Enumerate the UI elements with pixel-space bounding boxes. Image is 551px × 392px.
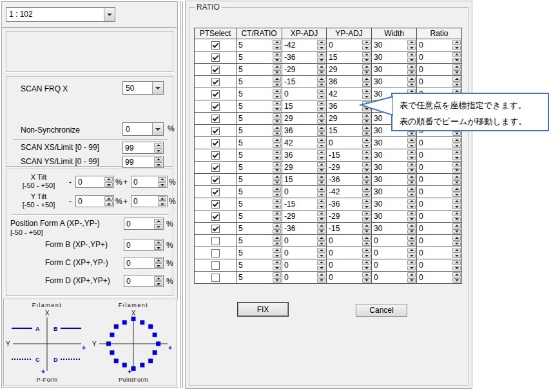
form-c-spinner[interactable]: 0	[124, 257, 164, 269]
spin-up-icon[interactable]	[452, 64, 461, 70]
spin-up-icon[interactable]	[452, 162, 461, 167]
spin-up-icon[interactable]	[273, 199, 281, 204]
spin-down-icon[interactable]	[317, 70, 325, 75]
ct-ratio-spinner[interactable]: 5	[237, 162, 282, 173]
spin-down-icon[interactable]	[154, 148, 162, 153]
spin-up-icon[interactable]	[452, 199, 461, 204]
spin-up-icon[interactable]	[154, 219, 162, 223]
spin-down-icon[interactable]	[317, 46, 325, 51]
scan-ys-spinner[interactable]: 99	[122, 156, 164, 168]
spin-down-icon[interactable]	[362, 70, 371, 75]
xp-adj-spinner[interactable]: 0	[282, 186, 326, 198]
spin-up-icon[interactable]	[452, 248, 461, 253]
spin-down-icon[interactable]	[407, 70, 416, 75]
spin-down-icon[interactable]	[452, 144, 461, 149]
ct-ratio-spinner[interactable]: 5	[237, 64, 282, 75]
xp-adj-spinner[interactable]: 36	[282, 125, 326, 136]
ratio-spinner[interactable]: 0	[417, 64, 461, 75]
ratio-spinner[interactable]: 0	[417, 198, 461, 210]
scan-frq-x-combobox[interactable]: 50	[122, 81, 164, 95]
ptselect-checkbox[interactable]	[211, 188, 220, 196]
spin-up-icon[interactable]	[273, 113, 281, 118]
spin-down-icon[interactable]	[362, 229, 371, 234]
spin-down-icon[interactable]	[452, 156, 461, 161]
yp-adj-spinner[interactable]: 0	[327, 235, 371, 247]
spin-down-icon[interactable]	[317, 217, 325, 222]
spin-up-icon[interactable]	[317, 77, 325, 82]
ratio-spinner[interactable]: 0	[417, 149, 461, 161]
y-tilt-plus-spinner[interactable]: 0	[131, 195, 168, 207]
spin-up-icon[interactable]	[362, 64, 371, 70]
spin-up-icon[interactable]	[273, 77, 281, 82]
xp-adj-spinner[interactable]: 0	[282, 247, 326, 259]
spin-up-icon[interactable]	[407, 77, 416, 82]
spin-up-icon[interactable]	[273, 223, 281, 229]
spin-up-icon[interactable]	[362, 150, 371, 155]
spin-up-icon[interactable]	[317, 199, 325, 204]
spin-down-icon[interactable]	[317, 58, 325, 63]
spin-down-icon[interactable]	[407, 241, 416, 247]
spin-up-icon[interactable]	[317, 260, 325, 265]
spin-up-icon[interactable]	[317, 236, 325, 241]
xp-adj-spinner[interactable]: 36	[282, 149, 326, 161]
spin-up-icon[interactable]	[452, 150, 461, 155]
spin-down-icon[interactable]	[407, 156, 416, 161]
spin-up-icon[interactable]	[317, 64, 325, 70]
ptselect-checkbox[interactable]	[211, 274, 220, 282]
ptselect-checkbox[interactable]	[211, 237, 220, 245]
yp-adj-spinner[interactable]: -29	[327, 210, 371, 222]
ptselect-checkbox[interactable]	[211, 176, 220, 184]
spin-down-icon[interactable]	[362, 58, 371, 63]
ratio-spinner[interactable]: 0	[417, 186, 461, 198]
spin-up-icon[interactable]	[273, 236, 281, 241]
ct-ratio-spinner[interactable]: 5	[237, 223, 282, 234]
width-spinner[interactable]: 0	[372, 272, 416, 283]
spin-down-icon[interactable]	[407, 168, 416, 173]
spin-down-icon[interactable]	[362, 241, 371, 247]
width-spinner[interactable]: 30	[372, 223, 416, 234]
spin-down-icon[interactable]	[362, 156, 371, 161]
spin-up-icon[interactable]	[407, 272, 416, 277]
spin-down-icon[interactable]	[273, 254, 281, 259]
spin-up-icon[interactable]	[407, 223, 416, 229]
ct-ratio-spinner[interactable]: 5	[237, 198, 282, 210]
spin-down-icon[interactable]	[273, 241, 281, 247]
width-spinner[interactable]: 0	[372, 235, 416, 247]
form-a-spinner[interactable]: 0	[124, 218, 164, 230]
width-spinner[interactable]: 0	[372, 247, 416, 259]
spin-down-icon[interactable]	[362, 180, 371, 185]
spin-up-icon[interactable]	[452, 211, 461, 216]
yp-adj-spinner[interactable]: 0	[327, 272, 371, 283]
ptselect-checkbox[interactable]	[211, 261, 220, 270]
ct-ratio-spinner[interactable]: 5	[237, 88, 282, 100]
ratio-spinner[interactable]: 0	[417, 51, 461, 63]
xp-adj-spinner[interactable]: 0	[282, 259, 326, 271]
spin-down-icon[interactable]	[154, 263, 162, 268]
spin-up-icon[interactable]	[273, 40, 281, 45]
spin-up-icon[interactable]	[273, 64, 281, 70]
spin-down-icon[interactable]	[317, 205, 325, 210]
spin-down-icon[interactable]	[452, 180, 461, 185]
spin-down-icon[interactable]	[452, 58, 461, 63]
ratio-spinner[interactable]: 0	[417, 162, 461, 173]
spin-up-icon[interactable]	[317, 211, 325, 216]
ptselect-checkbox[interactable]	[211, 41, 220, 50]
spin-up-icon[interactable]	[362, 138, 371, 143]
spin-up-icon[interactable]	[362, 211, 371, 216]
scan-xs-spinner[interactable]: 99	[122, 142, 164, 154]
width-spinner[interactable]: 30	[372, 64, 416, 75]
y-tilt-minus-spinner[interactable]: 0	[75, 195, 114, 207]
spin-down-icon[interactable]	[317, 82, 325, 88]
xp-adj-spinner[interactable]: -29	[282, 64, 326, 75]
spin-up-icon[interactable]	[452, 174, 461, 180]
spin-down-icon[interactable]	[407, 131, 416, 136]
spin-up-icon[interactable]	[154, 157, 162, 162]
spin-up-icon[interactable]	[317, 52, 325, 57]
spin-down-icon[interactable]	[154, 281, 162, 286]
spin-down-icon[interactable]	[407, 144, 416, 149]
xp-adj-spinner[interactable]: -36	[282, 51, 326, 63]
spin-up-icon[interactable]	[317, 40, 325, 45]
ptselect-checkbox[interactable]	[211, 249, 220, 257]
spin-down-icon[interactable]	[407, 180, 416, 185]
ratio-spinner[interactable]: 0	[417, 174, 461, 185]
